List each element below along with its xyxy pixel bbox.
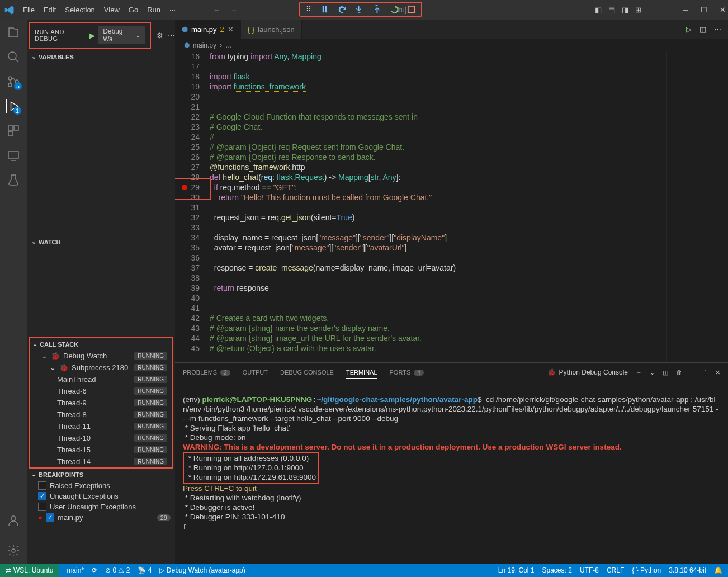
- menu-···[interactable]: ···: [166, 3, 179, 16]
- close-icon[interactable]: ✕: [228, 25, 234, 34]
- search-icon[interactable]: [6, 50, 21, 64]
- trash-icon[interactable]: 🗑: [676, 369, 682, 376]
- tab-debug-console[interactable]: DEBUG CONSOLE: [280, 367, 334, 378]
- menu-go[interactable]: Go: [125, 3, 142, 16]
- tab-launch.json[interactable]: { }launch.json: [241, 20, 302, 39]
- scm-icon[interactable]: 5: [6, 74, 21, 89]
- breakpoints-header[interactable]: ⌄BREAKPOINTS: [27, 469, 175, 480]
- step-out-icon[interactable]: [372, 5, 381, 13]
- chevron-down-icon[interactable]: ⌄: [650, 369, 655, 376]
- pause-icon[interactable]: [320, 5, 329, 13]
- new-terminal-icon[interactable]: ＋: [636, 368, 642, 377]
- encoding-indicator[interactable]: UTF-8: [580, 566, 599, 574]
- bp-raised[interactable]: Raised Exceptions: [27, 480, 175, 491]
- bp-file[interactable]: ● ✓main.py 29: [27, 512, 175, 523]
- panel-icon[interactable]: ▤: [608, 6, 615, 14]
- restart-icon[interactable]: [390, 5, 398, 13]
- split-terminal-icon[interactable]: ◫: [663, 369, 668, 376]
- gear-icon[interactable]: ⚙: [157, 31, 163, 40]
- terminal-output[interactable]: (env) pierrick@LAPTOP-HKU5PNNG:~/git/goo…: [175, 382, 728, 564]
- tab-output[interactable]: OUTPUT: [243, 367, 268, 378]
- start-debug-icon[interactable]: ▶: [89, 31, 95, 40]
- layout-icon[interactable]: ◧: [595, 6, 602, 14]
- ports-indicator[interactable]: 📡 4: [138, 566, 152, 574]
- language-indicator[interactable]: { } Python: [632, 566, 661, 574]
- accounts-icon[interactable]: [6, 513, 21, 528]
- remote-icon[interactable]: [6, 148, 21, 163]
- more-icon[interactable]: ⋯: [714, 25, 721, 34]
- menu-view[interactable]: View: [100, 3, 124, 16]
- testing-icon[interactable]: [6, 173, 21, 187]
- tab-ports[interactable]: PORTS4: [390, 367, 424, 378]
- stop-icon[interactable]: [407, 5, 415, 13]
- callstack-root[interactable]: ⌄🐞Debug Watch RUNNING: [30, 350, 172, 362]
- problems-indicator[interactable]: ⊘ 0 ⚠ 2: [105, 566, 130, 574]
- remote-indicator[interactable]: ⇄ WSL: Ubuntu: [0, 564, 59, 577]
- python-icon: ⬢: [184, 41, 190, 49]
- settings-icon[interactable]: [6, 543, 21, 558]
- title-bar: FileEditSelectionViewGoRun··· ← → ⠿ itu]…: [0, 0, 728, 20]
- eol-indicator[interactable]: CRLF: [607, 566, 624, 574]
- branch-indicator[interactable]: main*: [67, 566, 84, 574]
- menu-edit[interactable]: Edit: [40, 3, 60, 16]
- close-panel-icon[interactable]: ✕: [715, 369, 720, 376]
- breadcrumb[interactable]: ⬢ main.py›…: [175, 39, 728, 51]
- step-over-icon[interactable]: [338, 5, 346, 13]
- menu-run[interactable]: Run: [143, 3, 164, 16]
- thread-row[interactable]: Thread-15RUNNING: [30, 444, 172, 456]
- menu-selection[interactable]: Selection: [61, 3, 98, 16]
- thread-row[interactable]: Thread-6RUNNING: [30, 385, 172, 397]
- step-into-icon[interactable]: [355, 5, 363, 13]
- more-icon[interactable]: ⋯: [168, 31, 175, 40]
- maximize-icon[interactable]: ☐: [701, 6, 707, 14]
- main-menu: FileEditSelectionViewGoRun···: [19, 3, 179, 16]
- nav-back-icon[interactable]: ←: [213, 6, 220, 14]
- close-icon[interactable]: ✕: [720, 6, 726, 14]
- maximize-panel-icon[interactable]: ˄: [704, 369, 707, 376]
- notifications-icon[interactable]: 🔔: [714, 566, 722, 574]
- tab-problems[interactable]: PROBLEMS2: [183, 367, 230, 378]
- thread-row[interactable]: Thread-11RUNNING: [30, 420, 172, 432]
- debug-icon[interactable]: 1: [6, 99, 20, 113]
- thread-row[interactable]: Thread-10RUNNING: [30, 432, 172, 444]
- extensions-icon[interactable]: [6, 124, 21, 138]
- bp-user-uncaught[interactable]: User Uncaught Exceptions: [27, 502, 175, 512]
- thread-row[interactable]: Thread-8RUNNING: [30, 409, 172, 420]
- tab-terminal[interactable]: TERMINAL: [346, 367, 377, 379]
- nav-buttons: ← →: [213, 6, 238, 14]
- minimap[interactable]: [666, 51, 728, 362]
- sidebar-right-icon[interactable]: ◨: [622, 6, 628, 14]
- cursor-position[interactable]: Ln 19, Col 1: [498, 566, 535, 574]
- bp-uncaught[interactable]: ✓Uncaught Exceptions: [27, 491, 175, 502]
- watch-header[interactable]: ⌄WATCH: [27, 236, 175, 248]
- split-icon[interactable]: ◫: [699, 25, 706, 34]
- svg-point-2: [8, 77, 12, 80]
- tab-main.py[interactable]: ⬢main.py2✕: [175, 20, 241, 39]
- more-icon[interactable]: ⋯: [690, 369, 696, 376]
- thread-row[interactable]: MainThreadRUNNING: [30, 373, 172, 385]
- sync-icon[interactable]: ⟳: [92, 566, 97, 574]
- debug-profile[interactable]: 🐞Python Debug Console: [547, 368, 628, 376]
- variables-header[interactable]: ⌄VARIABLES: [27, 51, 175, 63]
- indent-indicator[interactable]: Spaces: 2: [542, 566, 572, 574]
- thread-row[interactable]: Thread-9RUNNING: [30, 397, 172, 409]
- thread-row[interactable]: Thread-14RUNNING: [30, 456, 172, 467]
- drag-handle-icon[interactable]: ⠿: [306, 5, 311, 13]
- explorer-icon[interactable]: [6, 25, 21, 40]
- callstack-header[interactable]: ⌄CALL STACK: [30, 338, 172, 350]
- customize-icon[interactable]: ⊞: [635, 6, 641, 14]
- nav-forward-icon[interactable]: →: [230, 6, 238, 14]
- debug-config-dropdown[interactable]: Debug Wa ⌄: [98, 26, 145, 44]
- python-version[interactable]: 3.8.10 64-bit: [669, 566, 706, 574]
- minimize-icon[interactable]: ─: [683, 6, 688, 14]
- command-center[interactable]: itu]: [398, 6, 406, 14]
- menu-file[interactable]: File: [19, 3, 39, 16]
- vscode-logo-icon: [4, 5, 15, 15]
- run-icon[interactable]: ▷: [686, 25, 692, 34]
- editor-tabs: ⬢main.py2✕{ }launch.json ▷ ◫ ⋯: [175, 20, 728, 39]
- code-editor[interactable]: 1617181920212223242526272829303132333435…: [175, 51, 728, 362]
- panel-tabs: PROBLEMS2 OUTPUT DEBUG CONSOLE TERMINAL …: [175, 363, 728, 382]
- status-bar: ⇄ WSL: Ubuntu main* ⟳ ⊘ 0 ⚠ 2 📡 4 ▷ Debu…: [0, 564, 728, 577]
- debug-status[interactable]: ▷ Debug Watch (avatar-app): [159, 566, 245, 574]
- callstack-subprocess[interactable]: ⌄🐞Subprocess 2180 RUNNING: [30, 362, 172, 373]
